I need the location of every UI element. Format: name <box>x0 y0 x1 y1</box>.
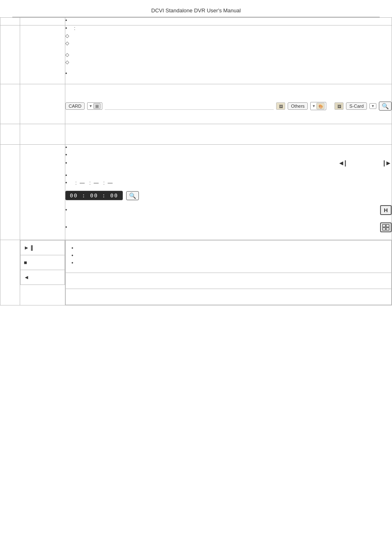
scard-dropdown[interactable]: ▼ <box>369 103 376 109</box>
sep2: : <box>89 180 90 186</box>
bullet-item <box>71 245 385 251</box>
row-content-2: : <box>65 25 392 84</box>
table-row <box>0 18 392 25</box>
bullet-item <box>65 152 392 158</box>
svg-rect-1 <box>386 224 389 227</box>
time-search-button[interactable]: 🔍 <box>126 191 139 200</box>
prev-next-arrows: ◄| |► <box>338 160 392 167</box>
bullet-item <box>65 145 392 150</box>
row-label-3 <box>20 84 65 124</box>
bullet-item: ◄| |► <box>65 160 392 167</box>
bullet-item <box>65 18 392 23</box>
table-row <box>0 124 392 145</box>
diamond-item <box>65 40 392 46</box>
spacer <box>65 169 392 173</box>
row-label-6: ► ‖ ■ ◄ <box>20 240 65 305</box>
stop-symbol[interactable]: ■ <box>21 255 65 270</box>
image-icon: 🖼 <box>276 102 285 110</box>
channel-dropdown[interactable]: ▼ ⊞ <box>87 102 102 110</box>
bullet-item: H <box>65 205 392 215</box>
row-num-3 <box>0 84 20 124</box>
magnify-button[interactable]: 🔍 <box>379 102 392 111</box>
spacer <box>65 217 392 222</box>
row-num-5 <box>0 145 20 240</box>
bullet-item <box>65 173 392 178</box>
svg-rect-2 <box>383 228 385 230</box>
table-row: : <box>0 25 392 84</box>
grid-button[interactable] <box>380 222 392 232</box>
grid-icon <box>382 224 390 231</box>
bullet-item <box>65 222 392 232</box>
sep3: : <box>103 180 104 186</box>
row-label-1 <box>20 18 65 25</box>
table-row: ◄| |► : — : — : — 00 : 00 : 00 🔍 <box>0 145 392 240</box>
table-row: ► ‖ ■ ◄ <box>0 240 392 305</box>
next-frame-icon[interactable]: |► <box>383 160 392 167</box>
prev-frame-icon[interactable]: ◄| <box>338 160 346 167</box>
rewind-symbol[interactable]: ◄ <box>21 270 65 285</box>
others-button[interactable]: Others <box>288 102 308 110</box>
card-button[interactable]: CARD <box>65 102 85 110</box>
row-num-2 <box>0 25 20 84</box>
play-pause-content <box>66 240 392 273</box>
row-content-1 <box>65 18 392 25</box>
scard-button[interactable]: S-Card <box>346 102 367 110</box>
rewind-content <box>66 289 392 305</box>
row-content-5: ◄| |► : — : — : — 00 : 00 : 00 🔍 <box>65 145 392 240</box>
chevron-down-icon: ▼ <box>89 104 92 108</box>
main-table: : CARD ▼ ⊞ <box>0 17 392 305</box>
row-content-6 <box>65 240 392 305</box>
search-bar[interactable] <box>105 102 274 110</box>
svg-rect-3 <box>386 228 389 230</box>
H-button[interactable]: H <box>380 205 392 215</box>
row-content-4 <box>65 124 392 145</box>
bullet-item <box>65 71 392 76</box>
diamond-item <box>65 52 392 58</box>
row-num-1 <box>0 18 20 25</box>
stop-content <box>66 273 392 289</box>
svg-rect-0 <box>383 224 385 227</box>
channel-icon: ⊞ <box>93 103 101 109</box>
row-label-2 <box>20 25 65 84</box>
others-label: Others <box>291 104 304 109</box>
bullet-item: : — : — : — <box>65 180 392 186</box>
row-num-6 <box>0 240 20 305</box>
time-row: 00 : 00 : 00 🔍 <box>65 191 392 200</box>
chevron-down-icon: ▼ <box>312 104 316 108</box>
dash2: — <box>94 180 99 186</box>
scard-icon: 🖼 <box>334 102 344 110</box>
bullet-item <box>71 253 385 259</box>
sep1: : <box>75 180 76 186</box>
play-pause-symbol[interactable]: ► ‖ <box>21 240 65 255</box>
bullet-item <box>71 260 385 266</box>
time-input[interactable]: 00 : 00 : 00 <box>65 191 123 200</box>
page-header: DCVI Standalone DVR User's Manual <box>12 0 380 17</box>
row-content-3: CARD ▼ ⊞ 🖼 Others ▼ 🎨 <box>65 84 392 124</box>
others-dropdown[interactable]: ▼ 🎨 <box>310 102 326 110</box>
diamond-item <box>65 33 392 39</box>
diamond-item <box>65 59 392 65</box>
row-label-5 <box>20 145 65 240</box>
dash3: — <box>108 180 113 186</box>
bullet-item: : <box>65 25 392 31</box>
toolbar: CARD ▼ ⊞ 🖼 Others ▼ 🎨 <box>65 102 392 111</box>
card-label: CARD <box>69 104 81 109</box>
dash1: — <box>80 180 85 186</box>
chevron-down-icon: ▼ <box>371 104 375 108</box>
scard-label: S-Card <box>349 104 364 109</box>
row-num-4 <box>0 124 20 145</box>
row-label-4 <box>20 124 65 145</box>
table-row: CARD ▼ ⊞ 🖼 Others ▼ 🎨 <box>0 84 392 124</box>
others-icon: 🎨 <box>316 103 325 109</box>
